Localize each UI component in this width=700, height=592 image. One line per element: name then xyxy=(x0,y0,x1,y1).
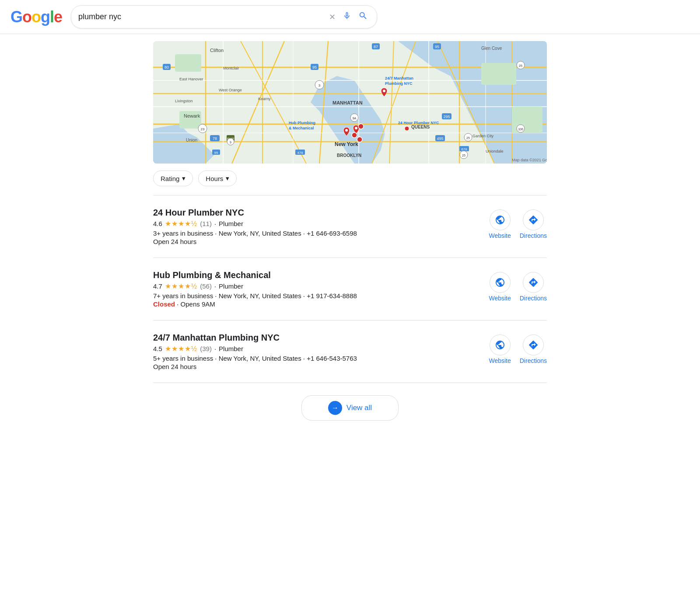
rating-filter-label: Rating xyxy=(161,175,179,182)
svg-point-88 xyxy=(355,127,357,129)
svg-rect-23 xyxy=(175,54,201,72)
listing-2-sep1: · xyxy=(215,292,218,299)
listing-2-rating-row: 4.7 ★★★★½ (56) · Plumber xyxy=(153,282,489,290)
listing-2-directions-button[interactable]: Directions xyxy=(520,272,547,302)
listing-3-separator: · xyxy=(214,345,216,352)
clear-button[interactable]: ✕ xyxy=(327,10,337,24)
listing-2-closed-label: Closed xyxy=(153,300,175,308)
listing-2-stars: ★★★★½ xyxy=(165,282,197,290)
website-icon-circle-2 xyxy=(490,272,511,293)
svg-point-92 xyxy=(405,126,409,131)
listing-1: 24 Hour Plumber NYC 4.6 ★★★★½ (11) · Plu… xyxy=(153,199,547,254)
listing-2-info: Hub Plumbing & Mechanical 4.7 ★★★★½ (56)… xyxy=(153,270,489,308)
search-button[interactable] xyxy=(357,9,370,24)
listing-1-hours: Open 24 hours xyxy=(153,238,489,245)
svg-text:Glen Cove: Glen Cove xyxy=(481,46,502,51)
svg-text:9A: 9A xyxy=(353,117,357,120)
rating-chevron-icon: ▾ xyxy=(182,174,186,182)
listing-2-detail: 7+ years in business · New York, NY, Uni… xyxy=(153,292,489,299)
logo-e: e xyxy=(54,8,62,26)
listing-3-rating-value: 4.5 xyxy=(153,345,162,352)
directions-icon-3 xyxy=(528,340,539,350)
listing-3-directions-label: Directions xyxy=(520,357,547,364)
svg-point-90 xyxy=(352,132,357,138)
listing-3-phone: +1 646-543-5763 xyxy=(307,355,357,362)
svg-text:25: 25 xyxy=(519,64,522,67)
arrow-icon-circle: → xyxy=(328,401,342,415)
svg-text:495: 495 xyxy=(437,136,443,141)
svg-text:Union: Union xyxy=(186,138,197,143)
listing-1-info: 24 Hour Plumber NYC 4.6 ★★★★½ (11) · Plu… xyxy=(153,208,489,245)
listing-1-website-button[interactable]: Website xyxy=(489,209,511,239)
listing-2-website-button[interactable]: Website xyxy=(489,272,511,302)
svg-text:25: 25 xyxy=(466,136,470,139)
svg-text:QUEENS: QUEENS xyxy=(411,125,430,129)
website-icon-circle xyxy=(490,209,511,230)
svg-text:Kearny: Kearny xyxy=(258,97,271,101)
listing-1-directions-button[interactable]: Directions xyxy=(520,209,547,239)
svg-point-87 xyxy=(345,129,348,132)
divider-top xyxy=(153,195,547,195)
svg-text:East Hanover: East Hanover xyxy=(179,77,203,81)
svg-rect-25 xyxy=(512,107,542,133)
hours-filter-button[interactable]: Hours ▾ xyxy=(198,171,237,186)
svg-text:Clifton: Clifton xyxy=(210,48,224,53)
svg-text:Plumbing NYC: Plumbing NYC xyxy=(385,81,413,86)
google-logo[interactable]: G o o g l e xyxy=(10,8,62,26)
divider-2 xyxy=(153,320,547,320)
svg-text:Uniondale: Uniondale xyxy=(486,149,504,153)
svg-text:25: 25 xyxy=(462,154,466,157)
listing-2-hours: Closed · Opens 9AM xyxy=(153,300,489,308)
svg-text:Garden City: Garden City xyxy=(472,134,494,138)
listing-3-rating-row: 4.5 ★★★★½ (39) · Plumber xyxy=(153,345,489,353)
svg-text:95: 95 xyxy=(435,45,439,49)
rating-filter-button[interactable]: Rating ▾ xyxy=(153,171,193,186)
globe-icon-2 xyxy=(495,277,505,288)
listing-2-directions-label: Directions xyxy=(520,295,547,302)
divider-1 xyxy=(153,258,547,258)
listing-3-hours: Open 24 hours xyxy=(153,363,489,370)
listing-2-category: Plumber xyxy=(219,282,243,290)
search-input[interactable] xyxy=(78,12,324,21)
logo-l: l xyxy=(50,8,54,26)
listing-1-name[interactable]: 24 Hour Plumber NYC xyxy=(153,208,489,218)
svg-text:New York: New York xyxy=(335,141,358,147)
directions-icon-circle-3 xyxy=(523,334,544,355)
listing-1-years: 3+ years in business xyxy=(153,230,213,237)
listing-3-name[interactable]: 24/7 Manhattan Plumbing NYC xyxy=(153,333,489,343)
listing-3-detail: 5+ years in business · New York, NY, Uni… xyxy=(153,355,489,362)
listing-3-website-label: Website xyxy=(489,357,511,364)
divider-3 xyxy=(153,383,547,383)
directions-icon-2 xyxy=(528,277,539,288)
listing-3-actions: Website Directions xyxy=(489,334,547,364)
svg-text:3: 3 xyxy=(318,84,321,87)
svg-text:295: 295 xyxy=(443,115,450,119)
svg-text:78: 78 xyxy=(213,136,217,141)
svg-text:24 Hour Plumber NYC: 24 Hour Plumber NYC xyxy=(398,121,439,125)
listing-1-directions-label: Directions xyxy=(520,232,547,239)
listing-3-sep2: · xyxy=(303,355,307,362)
listing-2-years: 7+ years in business xyxy=(153,292,213,299)
listing-2-phone: +1 917-634-8888 xyxy=(307,292,357,299)
listing-3-directions-button[interactable]: Directions xyxy=(520,334,547,364)
view-all-button[interactable]: → View all xyxy=(301,395,399,421)
listing-1-sep1: · xyxy=(215,230,218,237)
listing-2-name[interactable]: Hub Plumbing & Mechanical xyxy=(153,270,489,280)
listing-2-opens-label: Opens 9AM xyxy=(181,300,215,308)
listing-3-website-button[interactable]: Website xyxy=(489,334,511,364)
listing-1-actions: Website Directions xyxy=(489,209,547,239)
svg-text:106: 106 xyxy=(518,128,523,131)
directions-icon-circle xyxy=(523,209,544,230)
map-container[interactable]: Clifton East Hanover Montclair West Oran… xyxy=(153,41,547,164)
listing-3: 24/7 Manhattan Plumbing NYC 4.5 ★★★★½ (3… xyxy=(153,324,547,379)
svg-text:80: 80 xyxy=(164,65,169,70)
logo-g2: g xyxy=(41,8,50,26)
svg-text:9: 9 xyxy=(230,141,231,144)
listing-3-years: 5+ years in business xyxy=(153,355,213,362)
svg-point-91 xyxy=(357,137,362,142)
svg-text:West Orange: West Orange xyxy=(219,88,242,92)
svg-text:Newark: Newark xyxy=(184,113,200,118)
listing-3-review-count: (39) xyxy=(200,345,212,352)
mic-button[interactable] xyxy=(341,10,353,24)
filter-bar: Rating ▾ Hours ▾ xyxy=(153,171,547,186)
